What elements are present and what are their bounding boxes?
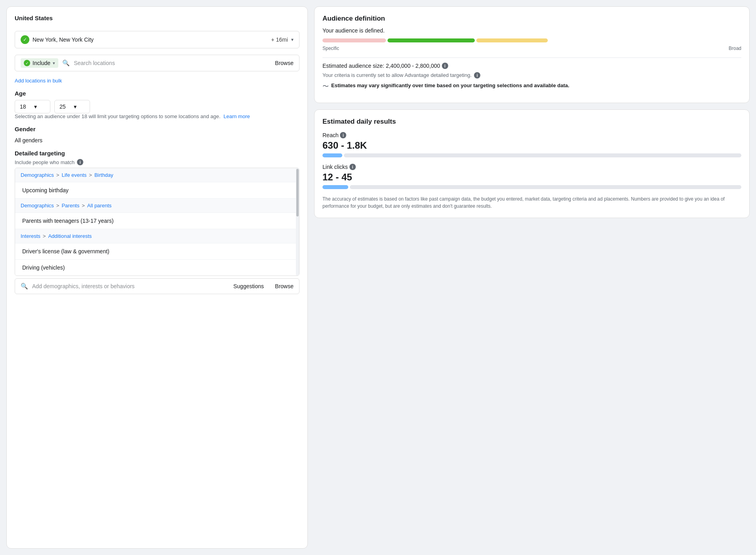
meter-bar <box>322 38 741 42</box>
include-dot-icon: ✓ <box>24 60 30 66</box>
targeting-item-parents-teenagers: Parents with teenagers (13-17 years) <box>15 212 299 229</box>
age-max-select[interactable]: 25 ▾ <box>54 100 90 113</box>
age-section: Age 18 ▾ 25 ▾ Selecting an audience unde… <box>15 90 299 119</box>
include-match-text: Include people who match <box>15 159 75 165</box>
scrollbar-track <box>296 168 299 276</box>
cat-link-additional-interests[interactable]: Additional interests <box>48 233 92 239</box>
age-min-chevron: ▾ <box>34 103 45 110</box>
est-size-info-icon[interactable]: i <box>442 63 448 69</box>
cat-link-demographics-1[interactable]: Demographics <box>21 172 54 178</box>
reach-label-row: Reach i <box>322 132 741 138</box>
criteria-text: Your criteria is currently set to allow … <box>322 72 741 78</box>
targeting-item-upcoming-birthday: Upcoming birthday <box>15 182 299 198</box>
reach-bar-fill <box>322 153 342 157</box>
divider-1 <box>322 57 741 58</box>
age-max-chevron: ▾ <box>74 103 85 110</box>
link-clicks-bar-fill <box>322 185 348 189</box>
reach-info-icon[interactable]: i <box>340 132 346 138</box>
targeting-item-driving: Driving (vehicles) <box>15 259 299 276</box>
location-pin-icon: ✓ <box>21 35 29 44</box>
targeting-group-interests: Interests > Additional interests Driver'… <box>15 229 299 276</box>
info-icon[interactable]: i <box>77 159 83 165</box>
wave-icon: 〜 <box>322 82 329 91</box>
include-caret-icon: ▾ <box>53 61 55 66</box>
broad-label: Broad <box>729 46 741 51</box>
link-clicks-info-icon[interactable]: i <box>349 164 356 170</box>
age-label: Age <box>15 90 299 97</box>
link-clicks-bar <box>322 185 741 189</box>
estimates-note-row: 〜 Estimates may vary significantly over … <box>322 82 741 91</box>
meter-labels: Specific Broad <box>322 46 741 51</box>
gender-section: Gender All genders <box>15 126 299 144</box>
targeting-group-parents: Demographics > Parents > All parents Par… <box>15 199 299 229</box>
include-search-row: ✓ Include ▾ 🔍 Search locations Browse <box>15 55 299 71</box>
suggestions-button[interactable]: Suggestions <box>233 283 264 289</box>
age-warning-text: Selecting an audience under 18 will limi… <box>15 113 299 119</box>
targeting-list-box: Demographics > Life events > Birthday Up… <box>15 168 299 276</box>
reach-bar-empty <box>344 153 741 157</box>
search-locations-input[interactable]: Search locations <box>74 60 271 66</box>
cat-link-birthday[interactable]: Birthday <box>94 172 113 178</box>
search-bar-bottom: 🔍 Add demographics, interests or behavio… <box>15 278 299 294</box>
cat-link-demographics-2[interactable]: Demographics <box>21 203 54 209</box>
audience-status: Your audience is defined. <box>322 27 741 34</box>
left-panel: United States ✓ New York, New York City … <box>6 6 308 549</box>
cat-link-parents[interactable]: Parents <box>61 203 79 209</box>
targeting-category-interests: Interests > Additional interests <box>15 229 299 243</box>
location-name: New York, New York City <box>33 36 265 43</box>
est-size-value: 2,400,000 - 2,800,000 <box>386 63 440 69</box>
cat-link-life-events[interactable]: Life events <box>61 172 86 178</box>
cat-link-interests[interactable]: Interests <box>21 233 40 239</box>
daily-results-title: Estimated daily results <box>322 118 741 126</box>
scrollbar-thumb[interactable] <box>296 169 299 216</box>
reach-label: Reach <box>322 132 338 138</box>
cat-link-all-parents[interactable]: All parents <box>87 203 111 209</box>
meter-pink <box>322 38 386 42</box>
targeting-item-drivers-license: Driver's license (law & government) <box>15 243 299 259</box>
gender-value: All genders <box>15 137 299 144</box>
daily-results-card: Estimated daily results Reach i 630 - 1.… <box>314 109 750 218</box>
include-badge[interactable]: ✓ Include ▾ <box>21 58 58 68</box>
add-bulk-link[interactable]: Add locations in bulk <box>15 78 299 84</box>
browse-targeting-button[interactable]: Browse <box>275 283 294 289</box>
link-clicks-bar-empty <box>350 185 741 189</box>
location-radius: + 16mi <box>271 36 288 43</box>
criteria-main-text: Your criteria is currently set to allow … <box>322 72 472 78</box>
audience-definition-card: Audience definition Your audience is def… <box>314 6 750 103</box>
browse-locations-button[interactable]: Browse <box>275 60 294 66</box>
learn-more-link[interactable]: Learn more <box>224 113 250 119</box>
include-label: Include <box>33 60 50 66</box>
location-tag-row[interactable]: ✓ New York, New York City + 16mi ▾ <box>15 31 299 48</box>
meter-yellow <box>476 38 548 42</box>
accuracy-note: The accuracy of estimates is based on fa… <box>322 195 741 210</box>
link-clicks-label: Link clicks <box>322 164 348 170</box>
targeting-category-birthday: Demographics > Life events > Birthday <box>15 168 299 182</box>
estimates-note: Estimates may vary significantly over ti… <box>331 82 569 88</box>
targeting-list-inner: Demographics > Life events > Birthday Up… <box>15 168 299 276</box>
est-size-row: Estimated audience size: 2,400,000 - 2,8… <box>322 63 741 69</box>
specific-label: Specific <box>322 46 339 51</box>
reach-value: 630 - 1.8K <box>322 140 741 151</box>
age-min-select[interactable]: 18 ▾ <box>15 100 50 113</box>
search-icon-bottom: 🔍 <box>21 283 28 290</box>
right-panel: Audience definition Your audience is def… <box>314 6 750 549</box>
chevron-down-icon[interactable]: ▾ <box>291 37 294 42</box>
age-min-value: 18 <box>20 103 31 110</box>
country-label: United States <box>15 15 299 21</box>
targeting-group-birthday: Demographics > Life events > Birthday Up… <box>15 168 299 199</box>
search-targeting-input[interactable]: Add demographics, interests or behaviors <box>32 283 229 289</box>
est-size-label: Estimated audience size: <box>322 63 384 69</box>
search-icon: 🔍 <box>62 59 70 67</box>
meter-green <box>388 38 475 42</box>
reach-bar <box>322 153 741 157</box>
detailed-targeting-section: Detailed targeting Include people who ma… <box>15 150 299 294</box>
criteria-info-icon[interactable]: i <box>474 72 480 78</box>
link-clicks-label-row: Link clicks i <box>322 164 741 170</box>
detailed-targeting-label: Detailed targeting <box>15 150 65 157</box>
audience-definition-title: Audience definition <box>322 15 741 23</box>
gender-label: Gender <box>15 126 299 132</box>
age-max-value: 25 <box>59 103 71 110</box>
link-clicks-value: 12 - 45 <box>322 172 741 183</box>
targeting-category-parents: Demographics > Parents > All parents <box>15 199 299 212</box>
